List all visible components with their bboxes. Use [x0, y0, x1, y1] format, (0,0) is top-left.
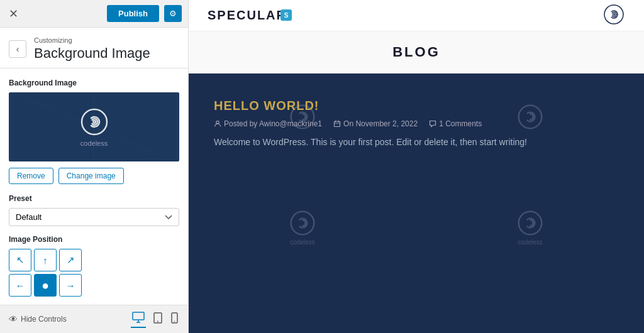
image-position-label: Image Position	[9, 235, 179, 244]
position-middle-right[interactable]: →	[59, 274, 82, 297]
s-badge: S	[280, 9, 292, 21]
preset-section: Preset Default Fill Fit Repeat Custom	[9, 194, 179, 226]
header-logo-right	[602, 3, 625, 28]
blog-post: HELLO WORLD! Posted by Awino@mackrine1 O…	[208, 86, 625, 161]
svg-point-11	[604, 5, 623, 24]
eye-icon: 👁	[9, 314, 18, 324]
svg-point-10	[174, 321, 175, 322]
panel-content: Background Image codeless	[0, 68, 188, 305]
svg-point-16	[216, 121, 219, 124]
breadcrumb-title: Background Image	[34, 45, 150, 62]
post-date: On November 2, 2022	[333, 119, 418, 128]
breadcrumb-text: Customizing Background Image	[34, 36, 150, 62]
bottom-bar: 👁 Hide Controls	[0, 305, 188, 333]
blog-post-meta: Posted by Awino@mackrine1 On November 2,…	[214, 119, 619, 128]
breadcrumb: ‹ Customizing Background Image	[0, 28, 188, 68]
breadcrumb-sub: Customizing	[34, 36, 150, 44]
back-button[interactable]: ‹	[9, 40, 26, 58]
desktop-view-button[interactable]	[131, 310, 146, 328]
svg-point-14	[291, 211, 314, 234]
top-bar: ✕ Publish ⚙	[0, 0, 188, 28]
blog-post-excerpt: Welcome to WordPress. This is your first…	[214, 136, 619, 149]
image-action-buttons: Remove Change image	[9, 168, 179, 184]
post-author: Posted by Awino@mackrine1	[214, 119, 322, 128]
site-header: SPECULAR S	[189, 0, 644, 31]
close-button[interactable]: ✕	[6, 4, 21, 23]
preview-content: codeless codeless HELLO WORLD! Posted by…	[189, 74, 644, 333]
hide-controls[interactable]: 👁 Hide Controls	[9, 314, 67, 324]
hide-controls-label: Hide Controls	[21, 315, 67, 324]
position-middle-left[interactable]: ←	[9, 274, 31, 297]
preview-area: SPECULAR S BLOG	[189, 0, 644, 333]
remove-button[interactable]: Remove	[9, 168, 53, 184]
site-preview: SPECULAR S BLOG	[189, 0, 644, 333]
svg-rect-17	[335, 121, 340, 126]
blog-post-title: HELLO WORLD!	[214, 99, 619, 113]
post-comments: 1 Comments	[429, 119, 482, 128]
svg-point-15	[519, 211, 542, 234]
preset-select[interactable]: Default Fill Fit Repeat Custom	[9, 208, 179, 226]
site-name-wrapper: SPECULAR S	[208, 8, 287, 23]
position-grid: ↖ ↑ ↗ ← ● →	[9, 249, 179, 297]
change-image-button[interactable]: Change image	[58, 168, 124, 184]
background-image-label: Background Image	[9, 79, 179, 87]
preset-label: Preset	[9, 194, 179, 203]
gear-button[interactable]: ⚙	[164, 5, 182, 22]
publish-button[interactable]: Publish	[107, 5, 159, 22]
position-top-right[interactable]: ↗	[59, 249, 82, 271]
image-position-section: Image Position ↖ ↑ ↗ ← ● →	[9, 235, 179, 297]
device-icons	[131, 310, 179, 328]
mobile-view-button[interactable]	[170, 310, 179, 328]
position-top-left[interactable]: ↖	[9, 249, 31, 271]
tablet-view-button[interactable]	[152, 310, 164, 328]
site-name: SPECULAR	[208, 8, 287, 22]
image-preview: codeless	[9, 92, 179, 161]
customizer-panel: ✕ Publish ⚙ ‹ Customizing Background Ima…	[0, 0, 189, 333]
svg-rect-4	[133, 312, 144, 320]
blog-banner: BLOG	[189, 31, 644, 74]
position-top-center[interactable]: ↑	[34, 249, 57, 271]
position-middle-center[interactable]: ●	[34, 274, 57, 297]
